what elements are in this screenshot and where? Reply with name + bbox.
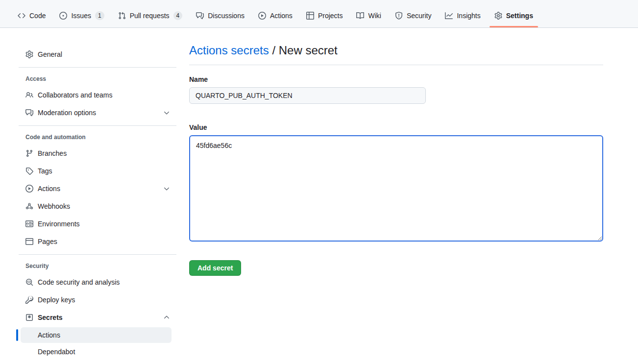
sidebar-item-label: Moderation options (38, 109, 96, 117)
tab-actions[interactable]: Actions (253, 4, 297, 27)
add-secret-button[interactable]: Add secret (189, 260, 241, 276)
actions-secrets-link[interactable]: Actions secrets (189, 44, 269, 57)
key-icon (25, 296, 33, 304)
tab-label: Discussions (208, 12, 245, 20)
webhook-icon (25, 202, 33, 210)
sidebar-item-label: Environments (38, 220, 80, 228)
sidebar-section-header: Access (16, 75, 176, 82)
sidebar-item-label: General (38, 50, 62, 58)
sidebar-item-label: Actions (38, 185, 60, 193)
graph-icon (445, 12, 453, 20)
code-icon (18, 12, 25, 20)
chevron-down-icon (163, 185, 171, 193)
issue-opened-icon (59, 12, 67, 20)
sidebar-item-secrets[interactable]: Secrets (16, 309, 176, 326)
sidebar-item-moderation-options[interactable]: Moderation options (16, 104, 176, 121)
breadcrumb-separator: / (269, 44, 279, 57)
play-icon (258, 12, 266, 20)
sidebar-item-collaborators[interactable]: Collaborators and teams (16, 86, 176, 104)
tab-label: Settings (506, 12, 533, 20)
sidebar-item-label: Pages (38, 238, 57, 245)
tab-label: Projects (318, 12, 343, 20)
tab-label: Insights (457, 12, 480, 20)
breadcrumb-current: New secret (279, 44, 338, 57)
tab-code[interactable]: Code (13, 4, 50, 27)
sidebar-subitem-dependabot[interactable]: Dependabot (21, 344, 172, 360)
sidebar-item-actions[interactable]: Actions (16, 180, 176, 197)
sidebar-item-deploy-keys[interactable]: Deploy keys (16, 291, 176, 309)
sidebar-item-label: Tags (38, 167, 52, 175)
repo-nav: Code Issues 1 Pull requests 4 Discussion… (0, 0, 638, 28)
git-pull-request-icon (118, 12, 126, 20)
sidebar-subitem-label: Dependabot (38, 348, 75, 356)
sidebar-item-label: Branches (38, 149, 67, 157)
tab-security[interactable]: Security (390, 4, 437, 27)
tab-settings[interactable]: Settings (490, 4, 538, 27)
tab-issues[interactable]: Issues 1 (54, 4, 109, 27)
codescan-icon (25, 278, 33, 286)
tab-label: Code (29, 12, 46, 20)
tag-icon (25, 167, 33, 175)
sidebar-item-label: Collaborators and teams (38, 91, 113, 99)
sidebar-section-header: Code and automation (16, 134, 176, 141)
divider (19, 254, 176, 255)
tab-label: Actions (270, 12, 293, 20)
settings-sidebar: General Access Collaborators and teams M… (16, 46, 176, 361)
book-icon (356, 12, 364, 20)
pull-requests-count-badge: 4 (173, 11, 183, 20)
secret-name-input[interactable] (189, 87, 426, 104)
value-label: Value (189, 123, 603, 131)
tab-label: Wiki (368, 12, 381, 20)
chevron-down-icon (163, 109, 171, 117)
sidebar-item-webhooks[interactable]: Webhooks (16, 197, 176, 215)
tab-insights[interactable]: Insights (440, 4, 485, 27)
table-icon (306, 12, 314, 20)
tab-label: Issues (71, 12, 91, 20)
sidebar-item-label: Secrets (38, 314, 63, 321)
sidebar-item-code-security[interactable]: Code security and analysis (16, 273, 176, 291)
people-icon (25, 91, 33, 99)
sidebar-item-label: Deploy keys (38, 296, 75, 304)
divider (19, 125, 176, 126)
shield-exclamation-icon (395, 12, 403, 20)
divider (189, 65, 603, 65)
server-icon (25, 220, 33, 228)
main-content: Actions secrets / New secret Name Value … (189, 43, 603, 276)
gear-icon (494, 12, 502, 20)
issues-count-badge: 1 (95, 11, 104, 20)
divider (19, 67, 176, 68)
tab-pull-requests[interactable]: Pull requests 4 (113, 4, 188, 27)
sidebar-section-header: Security (16, 263, 176, 269)
sidebar-item-pages[interactable]: Pages (16, 233, 176, 250)
tab-discussions[interactable]: Discussions (191, 4, 249, 27)
comment-discussion-icon (196, 12, 204, 20)
name-label: Name (189, 75, 603, 83)
browser-icon (25, 238, 33, 245)
sidebar-item-label: Code security and analysis (38, 278, 120, 286)
comment-discussion-icon (25, 109, 33, 117)
tab-wiki[interactable]: Wiki (351, 4, 386, 27)
sidebar-item-branches[interactable]: Branches (16, 145, 176, 162)
git-branch-icon (25, 149, 33, 157)
chevron-up-icon (163, 314, 171, 321)
tab-projects[interactable]: Projects (301, 4, 348, 27)
gear-icon (25, 50, 33, 58)
sidebar-item-environments[interactable]: Environments (16, 215, 176, 233)
play-icon (25, 185, 33, 193)
sidebar-subitem-actions[interactable]: Actions (21, 327, 172, 343)
sidebar-item-label: Webhooks (38, 202, 70, 210)
sidebar-subitem-label: Actions (38, 331, 60, 339)
sidebar-item-tags[interactable]: Tags (16, 162, 176, 180)
page-title: Actions secrets / New secret (189, 43, 603, 58)
secret-value-textarea[interactable]: 45fd6ae56c (189, 135, 603, 242)
tab-label: Security (407, 12, 432, 20)
key-asterisk-icon (25, 314, 33, 321)
tab-label: Pull requests (130, 12, 170, 20)
sidebar-item-general[interactable]: General (16, 46, 176, 63)
